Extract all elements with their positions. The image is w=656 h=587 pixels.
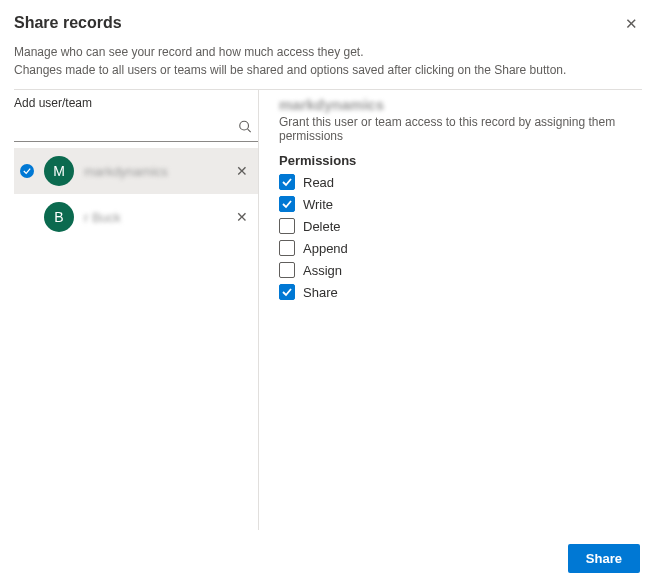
share-records-dialog: Share records ✕ Manage who can see your … bbox=[0, 0, 656, 587]
permissions-description: Grant this user or team access to this r… bbox=[279, 115, 642, 143]
permission-checkbox-assign[interactable] bbox=[279, 262, 295, 278]
permission-label: Assign bbox=[303, 263, 342, 278]
dialog-body: Add user/team M markdynamics ✕ bbox=[14, 90, 642, 530]
dialog-title: Share records bbox=[14, 14, 623, 32]
permission-label: Delete bbox=[303, 219, 341, 234]
close-icon: ✕ bbox=[625, 15, 638, 32]
avatar: B bbox=[44, 202, 74, 232]
user-list: M markdynamics ✕ B r Buck ✕ bbox=[14, 142, 258, 240]
permission-row: Append bbox=[279, 240, 642, 256]
subtext-line-1: Manage who can see your record and how m… bbox=[14, 43, 642, 61]
right-panel: markdynamics Grant this user or team acc… bbox=[259, 90, 642, 530]
share-button[interactable]: Share bbox=[568, 544, 640, 573]
avatar: M bbox=[44, 156, 74, 186]
permission-row: Assign bbox=[279, 262, 642, 278]
subtext-line-2: Changes made to all users or teams will … bbox=[14, 61, 642, 79]
permission-checkbox-write[interactable] bbox=[279, 196, 295, 212]
remove-user-button[interactable]: ✕ bbox=[232, 161, 252, 181]
selected-user-name: markdynamics bbox=[279, 96, 642, 113]
permission-row: Read bbox=[279, 174, 642, 190]
user-name: r Buck bbox=[84, 210, 232, 225]
selected-check-icon bbox=[20, 164, 34, 178]
dialog-footer: Share bbox=[0, 530, 656, 587]
permission-row: Write bbox=[279, 196, 642, 212]
search-input[interactable] bbox=[14, 114, 258, 141]
dialog-subtext: Manage who can see your record and how m… bbox=[0, 43, 656, 89]
permission-row: Delete bbox=[279, 218, 642, 234]
permission-label: Append bbox=[303, 241, 348, 256]
permission-row: Share bbox=[279, 284, 642, 300]
permission-label: Write bbox=[303, 197, 333, 212]
permission-checkbox-delete[interactable] bbox=[279, 218, 295, 234]
permission-checkbox-append[interactable] bbox=[279, 240, 295, 256]
search-row bbox=[14, 114, 258, 142]
left-panel: Add user/team M markdynamics ✕ bbox=[14, 90, 259, 530]
user-name: markdynamics bbox=[84, 164, 232, 179]
permission-label: Read bbox=[303, 175, 334, 190]
remove-user-button[interactable]: ✕ bbox=[232, 207, 252, 227]
permissions-list: Read Write Delete Append Assign bbox=[279, 174, 642, 300]
close-button[interactable]: ✕ bbox=[623, 14, 640, 33]
user-row[interactable]: M markdynamics ✕ bbox=[14, 148, 258, 194]
permission-checkbox-read[interactable] bbox=[279, 174, 295, 190]
permission-label: Share bbox=[303, 285, 338, 300]
add-user-label: Add user/team bbox=[14, 90, 258, 114]
user-row[interactable]: B r Buck ✕ bbox=[14, 194, 258, 240]
dialog-header: Share records ✕ bbox=[0, 0, 656, 43]
close-icon: ✕ bbox=[236, 163, 248, 179]
permission-checkbox-share[interactable] bbox=[279, 284, 295, 300]
permissions-heading: Permissions bbox=[279, 153, 642, 168]
close-icon: ✕ bbox=[236, 209, 248, 225]
